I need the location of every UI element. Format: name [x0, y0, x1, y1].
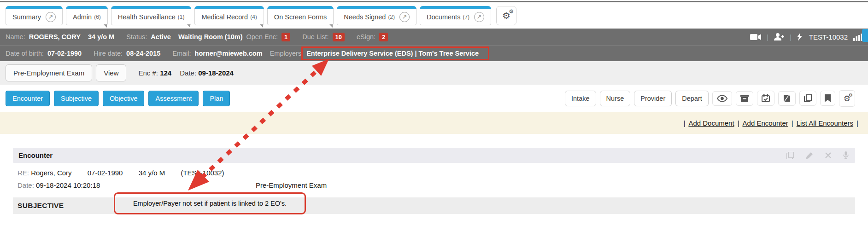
enc-date-label: Date: [180, 69, 196, 77]
nav-plan-button[interactable]: Plan [203, 91, 230, 106]
view-visibility-button[interactable] [712, 91, 732, 106]
open-enc-label: Open Enc: [246, 33, 278, 40]
bookmark-button[interactable] [820, 91, 835, 106]
tab-count: (6) [94, 14, 101, 20]
tab-settings-button[interactable]: ⚙⚙ [496, 6, 516, 25]
dob-label: Date of birth: [6, 50, 44, 57]
pages-button[interactable] [786, 152, 794, 159]
settings-button[interactable]: ⚙⚙ [839, 90, 855, 107]
tab-accent-bar [267, 6, 334, 9]
add-user-icon[interactable] [774, 33, 784, 40]
view-button[interactable]: View [96, 64, 126, 81]
list-all-encounters-link[interactable]: List All Encounters [797, 119, 853, 127]
enc-date-group: Date: 09-18-2024 [180, 69, 234, 77]
open-enc-badge[interactable]: 1 [282, 33, 290, 41]
nav-assessment-button[interactable]: Assessment [148, 91, 199, 106]
open-in-new-icon[interactable]: ↗ [46, 12, 56, 22]
book-icon [783, 95, 791, 102]
tab-summary[interactable]: Summary ↗ [6, 6, 63, 25]
tab-accent-bar [337, 6, 416, 9]
tab-count: (1) [178, 14, 185, 20]
copy-chart-button[interactable] [799, 91, 816, 106]
chart-stats-icon[interactable] [853, 33, 862, 41]
tab-label: Needs Signed [344, 13, 386, 21]
tab-label: Admin [73, 13, 92, 21]
encounter-content-area: Encounter RE: [0, 148, 868, 231]
dropdown-fold-icon [329, 24, 333, 28]
encounter-date-line: Date: 09-18-2024 10:20:18 Pre-Employment… [18, 181, 855, 191]
tab-accent-bar [420, 6, 491, 9]
add-encounter-link[interactable]: Add Encounter [743, 119, 788, 127]
panel-title: Encounter [18, 151, 53, 159]
stage-depart-button[interactable]: Depart [675, 91, 709, 106]
lightning-icon[interactable] [797, 33, 803, 41]
add-document-link[interactable]: Add Document [688, 119, 734, 127]
bookmark-icon [825, 94, 831, 102]
encounter-type: Pre-Employment Exam [256, 181, 327, 189]
chart-notes-button[interactable] [778, 91, 796, 106]
edit-button[interactable] [806, 152, 813, 159]
tab-count: (2) [388, 14, 395, 20]
tab-health-surveillance[interactable]: Health Surveillance (1) [111, 6, 192, 25]
patient-status-bar: Name: ROGERS, CORY 34 y/o M Status: Acti… [0, 29, 868, 45]
divider: | [767, 33, 768, 41]
chart-tab-bar: Summary ↗ Admin (6) Health Surveillance … [0, 1, 868, 29]
tab-on-screen-forms[interactable]: On Screen Forms [267, 6, 334, 25]
tab-accent-bar [194, 6, 264, 9]
encounter-nav-row: Encounter Subjective Objective Assessmen… [0, 85, 868, 112]
email-value: horner@mieweb.com [195, 50, 263, 57]
re-patient-name: Rogers, Cory [31, 169, 71, 177]
nav-encounter-button[interactable]: Encounter [6, 91, 50, 106]
encounter-re-line: RE: Rogers, Cory 07-02-1990 34 y/o M (TE… [18, 169, 855, 177]
tab-count: (4) [250, 14, 257, 20]
tab-label: Summary [12, 13, 41, 21]
gears-icon: ⚙⚙ [502, 10, 510, 21]
tab-accent-bar [66, 6, 108, 9]
enc-date-value: 09-18-2024 [198, 69, 234, 77]
tab-label: Medical Record [201, 13, 248, 21]
divider: | [738, 119, 739, 127]
stage-and-tools: Intake Nurse Provider Depart [561, 90, 855, 107]
dropdown-fold-icon [260, 24, 263, 28]
stage-provider-button[interactable]: Provider [634, 91, 672, 106]
waiting-room-status: Waiting Room (10m) [178, 33, 243, 40]
dropdown-fold-icon [187, 24, 190, 28]
webchart-patient-screen: Summary ↗ Admin (6) Health Surveillance … [0, 0, 868, 231]
video-call-icon[interactable] [750, 34, 761, 40]
due-list-badge[interactable]: 10 [333, 33, 345, 41]
esign-badge[interactable]: 2 [379, 33, 388, 41]
edge-panel-handle[interactable] [862, 29, 868, 42]
open-in-new-icon[interactable]: ↗ [474, 12, 484, 22]
schedule-button[interactable] [757, 91, 774, 106]
enc-number-value: 124 [160, 69, 171, 77]
tab-admin[interactable]: Admin (6) [66, 6, 108, 25]
tab-label: On Screen Forms [274, 13, 327, 21]
nav-objective-button[interactable]: Objective [103, 91, 144, 106]
re-patient-id: (TEST-10032) [181, 169, 224, 177]
tab-medical-record[interactable]: Medical Record (4) [194, 6, 264, 25]
employers-label: Employers [270, 50, 302, 57]
exam-type-button[interactable]: Pre-Employment Exam [6, 64, 92, 81]
pages-icon [786, 152, 794, 159]
close-button[interactable] [825, 152, 831, 158]
email-label: Email: [172, 50, 191, 57]
nav-subjective-button[interactable]: Subjective [54, 91, 99, 106]
archive-button[interactable] [736, 91, 753, 106]
tab-needs-signed[interactable]: Needs Signed (2) ↗ [337, 6, 416, 25]
tab-documents[interactable]: Documents (7) ↗ [420, 6, 491, 25]
pencil-icon [806, 152, 813, 159]
tab-label: Documents [427, 13, 460, 21]
encounter-panel-header: Encounter [13, 148, 855, 163]
archive-box-icon [740, 95, 749, 102]
re-label: RE: [18, 169, 29, 177]
employers-value-highlighted: Enterprise Delivery Service (EDS) | Tom'… [301, 46, 489, 60]
microphone-icon [843, 151, 849, 159]
panel-header-tools [774, 151, 849, 159]
stage-intake-button[interactable]: Intake [565, 91, 596, 106]
tab-label: Health Surveillance [118, 13, 176, 21]
tab-accent-bar [6, 6, 63, 9]
dictate-button[interactable] [843, 151, 849, 159]
open-in-new-icon[interactable]: ↗ [399, 12, 410, 22]
annotation-note-box: Employer/Payer not set if patient is lin… [114, 192, 306, 214]
stage-nurse-button[interactable]: Nurse [600, 91, 631, 106]
